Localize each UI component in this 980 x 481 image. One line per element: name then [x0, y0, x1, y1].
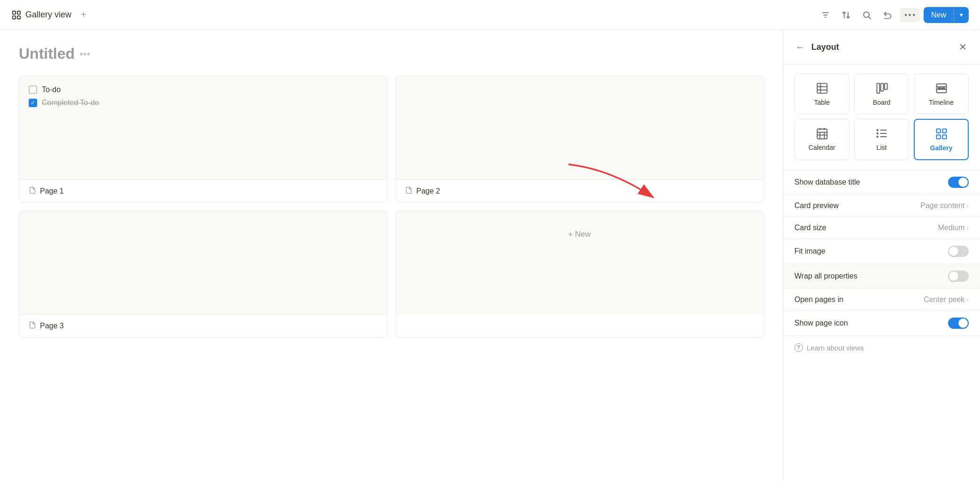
- calendar-option-label: Calendar: [809, 144, 835, 151]
- layout-option-table[interactable]: Table: [794, 74, 849, 114]
- filter-button[interactable]: [817, 8, 834, 23]
- close-layout-button[interactable]: ✕: [957, 39, 969, 54]
- toggle-knob: [949, 272, 958, 281]
- gallery-layout-icon: [935, 127, 948, 140]
- learn-about-views[interactable]: ? Learn about views: [783, 336, 980, 359]
- setting-card-size: Card size Medium ›: [783, 217, 980, 239]
- back-button[interactable]: ←: [794, 41, 806, 54]
- fit-image-label: Fit image: [794, 247, 825, 256]
- card-preview-label: Card preview: [794, 202, 839, 210]
- left-panel: Untitled ••• To-do ✓ Completed To-do: [0, 30, 783, 481]
- page-icon-1: [29, 186, 36, 196]
- show-database-title-toggle[interactable]: [948, 177, 969, 188]
- card-size-value[interactable]: Medium ›: [938, 224, 969, 232]
- timeline-option-label: Timeline: [929, 99, 953, 106]
- undo-button[interactable]: [879, 8, 896, 23]
- fit-image-toggle[interactable]: [948, 246, 969, 257]
- list-layout-icon: [875, 127, 888, 140]
- topbar-actions: • • • New ▾: [817, 7, 969, 23]
- sort-button[interactable]: [838, 8, 855, 23]
- card-1-content: To-do ✓ Completed To-do: [19, 76, 387, 179]
- open-pages-in-chevron: ›: [966, 296, 969, 303]
- board-option-label: Board: [873, 99, 890, 106]
- card-preview-text: Page content: [920, 202, 964, 210]
- svg-rect-13: [877, 84, 879, 93]
- setting-show-page-icon: Show page icon: [783, 311, 980, 336]
- card-size-label: Card size: [794, 224, 826, 232]
- svg-rect-2: [13, 16, 16, 18]
- svg-rect-0: [13, 11, 16, 14]
- more-dot: •: [912, 11, 915, 19]
- layout-option-list[interactable]: List: [854, 119, 909, 160]
- gallery-grid: To-do ✓ Completed To-do Page 1: [19, 76, 764, 338]
- card-size-chevron: ›: [966, 224, 969, 232]
- card-2-footer: Page 2: [396, 179, 763, 202]
- layout-panel-title: Layout: [811, 42, 839, 52]
- checkbox-checked[interactable]: ✓: [29, 99, 37, 107]
- sort-icon: [841, 10, 851, 20]
- page-title-menu[interactable]: •••: [79, 48, 90, 60]
- toggle-knob: [958, 318, 968, 328]
- new-card-placeholder[interactable]: + New: [395, 210, 764, 338]
- todo-item-2: ✓ Completed To-do: [29, 99, 378, 107]
- main-content: Untitled ••• To-do ✓ Completed To-do: [0, 30, 980, 481]
- layout-header: ← Layout ✕: [783, 30, 980, 64]
- svg-rect-34: [936, 129, 940, 133]
- open-pages-in-label: Open pages in: [794, 295, 843, 304]
- setting-show-database-title: Show database title: [783, 170, 980, 195]
- search-icon: [862, 10, 871, 20]
- settings-list: Show database title Card preview Page co…: [783, 170, 980, 481]
- search-button[interactable]: [858, 8, 875, 23]
- card-1-footer: Page 1: [19, 179, 387, 202]
- table-layout-icon: [816, 82, 829, 95]
- todo-item-1: To-do: [29, 85, 378, 94]
- svg-point-33: [877, 136, 878, 137]
- show-page-icon-toggle[interactable]: [948, 318, 969, 329]
- svg-rect-36: [936, 135, 940, 139]
- new-caret-button[interactable]: ▾: [954, 8, 969, 22]
- more-dot: •: [909, 11, 911, 19]
- svg-rect-37: [942, 135, 946, 139]
- gallery-card-1[interactable]: To-do ✓ Completed To-do Page 1: [19, 76, 388, 203]
- card-preview-chevron: ›: [966, 202, 969, 209]
- more-options-button[interactable]: • • •: [900, 8, 920, 22]
- layout-option-timeline[interactable]: Timeline: [914, 74, 969, 114]
- svg-point-7: [863, 12, 869, 17]
- layout-option-board[interactable]: Board: [854, 74, 909, 114]
- wrap-all-properties-toggle[interactable]: [948, 271, 969, 282]
- table-option-label: Table: [814, 99, 830, 106]
- page-title-row: Untitled •••: [19, 45, 764, 62]
- toggle-knob: [949, 247, 958, 256]
- new-button-group: New ▾: [924, 7, 969, 23]
- learn-label: Learn about views: [807, 344, 864, 352]
- more-dot: •: [904, 11, 907, 19]
- calendar-layout-icon: [816, 127, 829, 140]
- todo-text-1: To-do: [42, 85, 61, 94]
- filter-icon: [821, 10, 830, 20]
- layout-option-calendar[interactable]: Calendar: [794, 119, 849, 160]
- svg-line-8: [869, 16, 871, 19]
- setting-wrap-all-properties: Wrap all properties: [783, 264, 980, 289]
- new-inline-button[interactable]: + New: [568, 230, 591, 239]
- card-2-title: Page 2: [416, 187, 440, 195]
- wrap-all-properties-label: Wrap all properties: [794, 272, 857, 280]
- help-icon: ?: [794, 343, 803, 352]
- open-pages-in-text: Center peek: [924, 295, 964, 304]
- new-main-button[interactable]: New: [924, 7, 954, 23]
- gallery-option-label: Gallery: [930, 144, 952, 152]
- svg-rect-20: [942, 88, 945, 89]
- card-preview-value[interactable]: Page content ›: [920, 202, 969, 210]
- new-card-content: + New: [396, 211, 763, 314]
- add-view-button[interactable]: +: [77, 8, 90, 22]
- checkbox-unchecked[interactable]: [29, 85, 37, 94]
- page-icon-2: [405, 186, 412, 196]
- svg-rect-1: [17, 11, 20, 14]
- todo-text-completed: Completed To-do: [42, 99, 99, 107]
- page-icon-3: [29, 321, 36, 331]
- layout-option-gallery[interactable]: Gallery: [914, 119, 969, 160]
- timeline-layout-icon: [935, 82, 948, 95]
- gallery-card-3[interactable]: Page 3: [19, 210, 388, 338]
- open-pages-in-value[interactable]: Center peek ›: [924, 295, 969, 304]
- gallery-view-icon: [11, 10, 22, 20]
- gallery-card-2[interactable]: Page 2: [395, 76, 764, 203]
